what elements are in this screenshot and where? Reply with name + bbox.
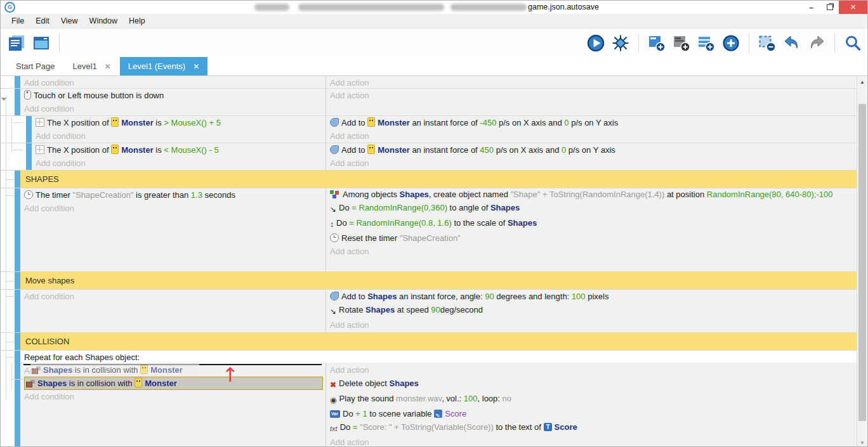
debug-icon[interactable] <box>611 34 630 53</box>
undo-icon[interactable] <box>782 34 801 53</box>
repeat-header[interactable]: Repeat for each Shapes object: <box>20 351 857 363</box>
project-manager-icon[interactable] <box>7 34 26 53</box>
close-button[interactable] <box>839 1 867 14</box>
add-action-button[interactable]: Add action <box>330 364 857 377</box>
action-add-force-positive[interactable]: Add to Monster an instant force of 450 p… <box>330 143 857 157</box>
variable-icon <box>330 410 340 418</box>
event-select-handle[interactable] <box>15 171 20 188</box>
add-comment-icon[interactable] <box>697 34 716 53</box>
action-reset-timer[interactable]: Reset the timer "ShapeCreation" <box>330 231 857 245</box>
tab-close-icon[interactable] <box>105 62 111 71</box>
section-header-move[interactable]: Move shapes <box>20 272 857 289</box>
toolbar-separator <box>59 34 60 53</box>
section-header-shapes[interactable]: SHAPES <box>20 171 857 188</box>
section-header-collision[interactable]: COLLISION <box>20 333 857 350</box>
add-action-button[interactable]: Add action <box>330 245 857 258</box>
delete-event-icon[interactable] <box>758 34 777 53</box>
action-shapes-force[interactable]: Add to Shapes an instant force, angle: 9… <box>330 290 857 303</box>
position-icon <box>36 145 44 154</box>
add-action-button[interactable]: Add action <box>330 129 857 143</box>
menu-bar: File Edit View Window Help <box>1 14 867 29</box>
collision-icon <box>26 380 35 387</box>
menu-view[interactable]: View <box>55 14 84 28</box>
action-play-sound[interactable]: Play the sound monster.wav, vol.: 100, l… <box>330 392 857 407</box>
action-create-shape[interactable]: Among objects Shapes, create object name… <box>330 188 857 201</box>
angle-icon <box>330 304 336 318</box>
action-update-score-text[interactable]: Do = "Score: " + ToString(Variable(Score… <box>330 420 857 436</box>
add-action-button[interactable]: Add action <box>330 318 857 332</box>
menu-edit[interactable]: Edit <box>30 14 55 28</box>
condition-x-position-lt[interactable]: The X position of Monster is < MouseX() … <box>36 143 326 157</box>
add-sub-event-icon[interactable] <box>672 34 691 53</box>
action-random-angle[interactable]: Do = RandomInRange(0,360) to angle of Sh… <box>330 201 857 216</box>
main-toolbar <box>1 29 867 57</box>
play-icon[interactable] <box>586 34 605 53</box>
tab-level1-events[interactable]: Level1 (Events) <box>120 57 207 75</box>
action-add-force-negative[interactable]: Add to Monster an instant force of -450 … <box>330 116 857 129</box>
angle-icon <box>330 202 336 216</box>
add-condition-button[interactable]: Add condition <box>36 157 326 170</box>
add-condition-button[interactable]: Add condition <box>24 202 326 215</box>
add-action-button[interactable]: Add action <box>330 157 857 170</box>
event-select-handle[interactable] <box>26 116 32 143</box>
action-rotate-shapes[interactable]: Rotate Shapes at speed 90deg/second <box>330 303 857 318</box>
event-select-handle[interactable] <box>15 272 20 289</box>
add-condition-button[interactable]: Add condition <box>24 102 326 115</box>
event-select-handle[interactable] <box>15 351 20 447</box>
restore-button[interactable] <box>820 1 839 14</box>
scroll-down-arrow-icon[interactable]: ▼ <box>857 438 867 447</box>
add-action-button[interactable]: Add action <box>330 76 857 89</box>
add-event-icon[interactable] <box>647 34 666 53</box>
action-random-scale[interactable]: Do = RandomInRange(0.8, 1.6) to the scal… <box>330 216 857 231</box>
add-action-button[interactable]: Add action <box>330 436 857 447</box>
event-row-shape-creation: The timer "ShapeCreation" is greater tha… <box>1 188 857 272</box>
monster-icon <box>367 117 375 127</box>
section-row-move: Move shapes <box>1 272 857 290</box>
gdevelop-window: G game.json.autosave File Edit View Wind… <box>0 0 868 447</box>
event-row-move-right: The X position of Monster is < MouseX() … <box>1 143 857 171</box>
tab-level1[interactable]: Level1 <box>63 57 119 75</box>
scene-editor-icon[interactable] <box>32 34 51 53</box>
tab-start-page[interactable]: Start Page <box>7 57 63 75</box>
redo-icon[interactable] <box>807 34 826 53</box>
event-row-move-left: The X position of Monster is > MouseX() … <box>1 116 857 143</box>
position-icon <box>36 118 44 127</box>
add-new-icon[interactable] <box>721 34 740 53</box>
scroll-up-arrow-icon[interactable]: ▲ <box>857 77 867 87</box>
scrollbar-thumb[interactable] <box>858 104 866 421</box>
condition-collision-selected[interactable]: Shapes is in collision with Monster <box>24 377 323 390</box>
menu-window[interactable]: Window <box>84 14 123 28</box>
menu-help[interactable]: Help <box>123 14 151 28</box>
tree-indent <box>15 116 26 143</box>
window-title: game.json.autosave <box>528 3 599 11</box>
add-action-button[interactable]: Add action <box>330 89 857 102</box>
event-select-handle[interactable] <box>15 188 20 271</box>
condition-collision-ghost: Shapes is in collision with Monster <box>30 364 199 377</box>
add-condition-button[interactable]: Add condition <box>36 129 326 143</box>
mouse-icon <box>24 90 31 100</box>
event-select-handle[interactable] <box>15 89 20 115</box>
force-icon <box>330 118 339 127</box>
restore-icon <box>827 4 833 10</box>
search-icon[interactable] <box>843 34 862 53</box>
condition-timer-shapecreation[interactable]: The timer "ShapeCreation" is greater tha… <box>24 188 326 202</box>
event-select-handle[interactable] <box>26 143 32 170</box>
add-condition-button[interactable]: Add condition <box>24 390 326 403</box>
create-icon <box>330 190 340 198</box>
add-condition-button[interactable]: Add condition <box>24 76 326 89</box>
action-increment-score[interactable]: Do + 1 to scene variable Score <box>330 407 857 420</box>
condition-x-position-gt[interactable]: The X position of Monster is > MouseX() … <box>36 116 326 129</box>
title-bar: G game.json.autosave <box>1 1 867 14</box>
tab-close-icon[interactable] <box>193 62 199 71</box>
event-select-handle[interactable] <box>15 76 20 88</box>
menu-file[interactable]: File <box>6 14 30 28</box>
collision-icon <box>32 366 41 374</box>
action-delete-shapes[interactable]: Delete object Shapes <box>330 377 857 392</box>
condition-touch-mouse-down[interactable]: Touch or Left mouse button is down <box>24 89 326 102</box>
event-select-handle[interactable] <box>15 333 20 350</box>
tree-gutter <box>1 89 15 115</box>
add-condition-button[interactable]: Add condition <box>24 290 326 303</box>
minimize-button[interactable] <box>802 1 820 14</box>
event-select-handle[interactable] <box>15 290 20 332</box>
vertical-scrollbar[interactable]: ▲ ▼ <box>857 76 867 447</box>
